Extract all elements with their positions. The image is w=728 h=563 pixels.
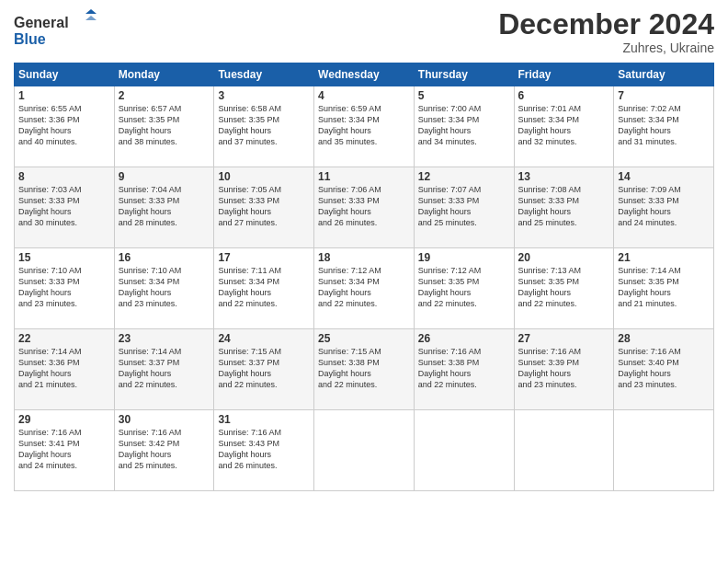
day-info: Sunrise: 7:14 AM Sunset: 3:37 PM Dayligh… <box>119 347 182 389</box>
day-info: Sunrise: 7:00 AM Sunset: 3:34 PM Dayligh… <box>418 104 482 146</box>
day-number: 18 <box>318 251 410 264</box>
day-number: 21 <box>618 251 710 264</box>
table-row: 24 Sunrise: 7:15 AM Sunset: 3:37 PM Dayl… <box>214 329 314 410</box>
day-info: Sunrise: 7:16 AM Sunset: 3:43 PM Dayligh… <box>218 428 281 470</box>
table-row <box>414 410 514 491</box>
day-info: Sunrise: 7:01 AM Sunset: 3:34 PM Dayligh… <box>518 104 582 146</box>
table-row: 23 Sunrise: 7:14 AM Sunset: 3:37 PM Dayl… <box>114 329 214 410</box>
day-number: 20 <box>518 251 610 264</box>
col-saturday: Saturday <box>614 63 714 86</box>
calendar-week-row: 1 Sunrise: 6:55 AM Sunset: 3:36 PM Dayli… <box>15 86 714 167</box>
day-info: Sunrise: 7:10 AM Sunset: 3:34 PM Dayligh… <box>119 266 182 308</box>
calendar-body: 1 Sunrise: 6:55 AM Sunset: 3:36 PM Dayli… <box>15 86 714 491</box>
day-number: 11 <box>318 170 410 183</box>
day-info: Sunrise: 7:10 AM Sunset: 3:33 PM Dayligh… <box>18 266 82 308</box>
col-thursday: Thursday <box>414 63 514 86</box>
col-wednesday: Wednesday <box>314 63 415 86</box>
day-info: Sunrise: 7:11 AM Sunset: 3:34 PM Dayligh… <box>218 266 281 308</box>
day-number: 28 <box>618 332 710 345</box>
table-row: 10 Sunrise: 7:05 AM Sunset: 3:33 PM Dayl… <box>214 167 314 248</box>
table-row: 15 Sunrise: 7:10 AM Sunset: 3:33 PM Dayl… <box>15 248 115 329</box>
day-info: Sunrise: 7:03 AM Sunset: 3:33 PM Dayligh… <box>18 185 82 227</box>
day-number: 1 <box>18 89 110 102</box>
day-number: 31 <box>218 413 310 426</box>
table-row: 20 Sunrise: 7:13 AM Sunset: 3:35 PM Dayl… <box>514 248 614 329</box>
day-number: 13 <box>518 170 610 183</box>
day-info: Sunrise: 7:04 AM Sunset: 3:33 PM Dayligh… <box>119 185 182 227</box>
day-number: 27 <box>518 332 610 345</box>
calendar-week-row: 8 Sunrise: 7:03 AM Sunset: 3:33 PM Dayli… <box>15 167 714 248</box>
day-number: 9 <box>119 170 210 183</box>
day-number: 16 <box>119 251 210 264</box>
day-info: Sunrise: 7:15 AM Sunset: 3:38 PM Dayligh… <box>318 347 381 389</box>
day-info: Sunrise: 7:12 AM Sunset: 3:35 PM Dayligh… <box>418 266 482 308</box>
day-number: 6 <box>518 89 610 102</box>
page-container: General Blue December 2024 Zuhres, Ukrai… <box>0 0 728 563</box>
table-row: 13 Sunrise: 7:08 AM Sunset: 3:33 PM Dayl… <box>514 167 614 248</box>
day-info: Sunrise: 7:12 AM Sunset: 3:34 PM Dayligh… <box>318 266 381 308</box>
table-row: 21 Sunrise: 7:14 AM Sunset: 3:35 PM Dayl… <box>614 248 714 329</box>
day-info: Sunrise: 7:16 AM Sunset: 3:39 PM Dayligh… <box>518 347 582 389</box>
page-header: General Blue December 2024 Zuhres, Ukrai… <box>14 9 714 55</box>
col-friday: Friday <box>514 63 614 86</box>
table-row: 5 Sunrise: 7:00 AM Sunset: 3:34 PM Dayli… <box>414 86 514 167</box>
logo: General Blue <box>14 9 97 51</box>
table-row: 29 Sunrise: 7:16 AM Sunset: 3:41 PM Dayl… <box>15 410 115 491</box>
day-number: 4 <box>318 89 410 102</box>
day-number: 17 <box>218 251 310 264</box>
day-number: 25 <box>318 332 410 345</box>
day-info: Sunrise: 7:05 AM Sunset: 3:33 PM Dayligh… <box>218 185 281 227</box>
table-row: 17 Sunrise: 7:11 AM Sunset: 3:34 PM Dayl… <box>214 248 314 329</box>
table-row: 2 Sunrise: 6:57 AM Sunset: 3:35 PM Dayli… <box>114 86 214 167</box>
month-title: December 2024 <box>498 9 714 39</box>
table-row: 1 Sunrise: 6:55 AM Sunset: 3:36 PM Dayli… <box>15 86 115 167</box>
logo-icon: General Blue <box>14 9 97 51</box>
table-row: 11 Sunrise: 7:06 AM Sunset: 3:33 PM Dayl… <box>314 167 415 248</box>
day-info: Sunrise: 6:59 AM Sunset: 3:34 PM Dayligh… <box>318 104 381 146</box>
day-info: Sunrise: 7:14 AM Sunset: 3:36 PM Dayligh… <box>18 347 82 389</box>
table-row: 18 Sunrise: 7:12 AM Sunset: 3:34 PM Dayl… <box>314 248 415 329</box>
svg-text:General: General <box>14 15 69 30</box>
day-info: Sunrise: 7:08 AM Sunset: 3:33 PM Dayligh… <box>518 185 582 227</box>
table-row: 28 Sunrise: 7:16 AM Sunset: 3:40 PM Dayl… <box>614 329 714 410</box>
day-number: 3 <box>218 89 310 102</box>
calendar-week-row: 15 Sunrise: 7:10 AM Sunset: 3:33 PM Dayl… <box>15 248 714 329</box>
col-tuesday: Tuesday <box>214 63 314 86</box>
day-number: 30 <box>119 413 210 426</box>
day-number: 26 <box>418 332 510 345</box>
day-info: Sunrise: 6:57 AM Sunset: 3:35 PM Dayligh… <box>119 104 182 146</box>
table-row: 30 Sunrise: 7:16 AM Sunset: 3:42 PM Dayl… <box>114 410 214 491</box>
day-info: Sunrise: 7:06 AM Sunset: 3:33 PM Dayligh… <box>318 185 381 227</box>
day-info: Sunrise: 7:16 AM Sunset: 3:42 PM Dayligh… <box>119 428 182 470</box>
day-number: 8 <box>18 170 110 183</box>
table-row: 4 Sunrise: 6:59 AM Sunset: 3:34 PM Dayli… <box>314 86 415 167</box>
table-row: 9 Sunrise: 7:04 AM Sunset: 3:33 PM Dayli… <box>114 167 214 248</box>
location: Zuhres, Ukraine <box>498 40 714 55</box>
title-section: December 2024 Zuhres, Ukraine <box>498 9 714 55</box>
table-row: 16 Sunrise: 7:10 AM Sunset: 3:34 PM Dayl… <box>114 248 214 329</box>
table-row: 25 Sunrise: 7:15 AM Sunset: 3:38 PM Dayl… <box>314 329 415 410</box>
table-row: 12 Sunrise: 7:07 AM Sunset: 3:33 PM Dayl… <box>414 167 514 248</box>
table-row: 22 Sunrise: 7:14 AM Sunset: 3:36 PM Dayl… <box>15 329 115 410</box>
calendar-table: Sunday Monday Tuesday Wednesday Thursday… <box>14 63 714 491</box>
day-number: 19 <box>418 251 510 264</box>
day-number: 24 <box>218 332 310 345</box>
day-number: 10 <box>218 170 310 183</box>
svg-text:Blue: Blue <box>14 31 46 47</box>
table-row: 27 Sunrise: 7:16 AM Sunset: 3:39 PM Dayl… <box>514 329 614 410</box>
day-info: Sunrise: 7:16 AM Sunset: 3:40 PM Dayligh… <box>618 347 681 389</box>
svg-marker-2 <box>85 9 97 14</box>
day-number: 12 <box>418 170 510 183</box>
table-row: 31 Sunrise: 7:16 AM Sunset: 3:43 PM Dayl… <box>214 410 314 491</box>
day-info: Sunrise: 7:14 AM Sunset: 3:35 PM Dayligh… <box>618 266 681 308</box>
table-row: 14 Sunrise: 7:09 AM Sunset: 3:33 PM Dayl… <box>614 167 714 248</box>
day-number: 2 <box>119 89 210 102</box>
day-info: Sunrise: 6:55 AM Sunset: 3:36 PM Dayligh… <box>18 104 82 146</box>
table-row <box>314 410 415 491</box>
calendar-header-row: Sunday Monday Tuesday Wednesday Thursday… <box>15 63 714 86</box>
day-info: Sunrise: 7:16 AM Sunset: 3:41 PM Dayligh… <box>18 428 82 470</box>
day-number: 5 <box>418 89 510 102</box>
day-number: 29 <box>18 413 110 426</box>
calendar-week-row: 22 Sunrise: 7:14 AM Sunset: 3:36 PM Dayl… <box>15 329 714 410</box>
day-info: Sunrise: 6:58 AM Sunset: 3:35 PM Dayligh… <box>218 104 281 146</box>
